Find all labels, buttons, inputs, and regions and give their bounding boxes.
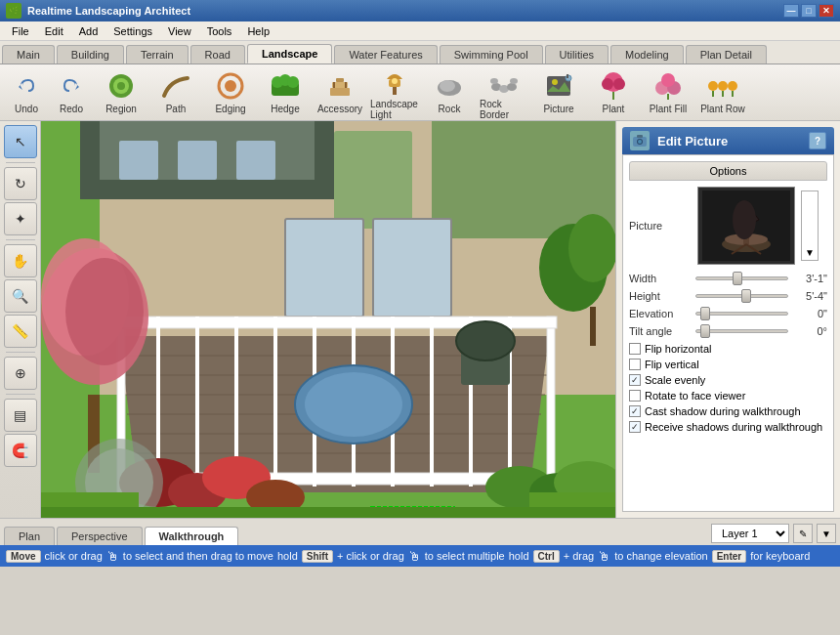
tab-terrain[interactable]: Terrain: [126, 45, 189, 64]
svg-point-2: [117, 82, 125, 90]
region-button[interactable]: Region: [96, 67, 147, 118]
tab-water-features[interactable]: Water Features: [334, 45, 437, 64]
magnet-button[interactable]: 🧲: [4, 434, 37, 467]
perspective-tab[interactable]: Perspective: [57, 527, 142, 545]
rock-button[interactable]: Rock: [424, 67, 475, 118]
rotate-face-checkbox[interactable]: [629, 390, 641, 402]
tab-main[interactable]: Main: [2, 45, 55, 64]
edging-button[interactable]: Edging: [205, 67, 256, 118]
elevation-slider[interactable]: [695, 312, 788, 316]
svg-rect-40: [722, 91, 724, 97]
menubar: File Edit Add Settings View Tools Help: [0, 21, 840, 41]
plant-fill-button[interactable]: Plant Fill: [643, 67, 693, 118]
pan-tool-button[interactable]: ✋: [4, 244, 37, 277]
menu-help[interactable]: Help: [239, 23, 277, 39]
tab-utilities[interactable]: Utilities: [545, 45, 609, 64]
rotate-face-label: Rotate to face viewer: [645, 390, 745, 402]
zoom-tool-button[interactable]: 🔍: [4, 279, 37, 313]
svg-rect-52: [373, 219, 451, 317]
measure-tool-button[interactable]: 📏: [4, 315, 37, 348]
svg-rect-31: [612, 92, 614, 100]
scale-label: Scale evenly: [645, 374, 705, 386]
flip-v-row: Flip vertical: [629, 359, 827, 370]
plan-tab[interactable]: Plan: [4, 527, 55, 545]
rock-border-label: Rock Border: [480, 99, 528, 120]
svg-point-78: [456, 321, 515, 360]
toolbar-separator: [6, 162, 35, 163]
svg-point-8: [287, 76, 299, 88]
edit-points-button[interactable]: ✦: [4, 202, 37, 235]
tab-road[interactable]: Road: [190, 45, 245, 64]
menu-view[interactable]: View: [160, 23, 199, 39]
svg-point-36: [708, 81, 718, 91]
enter-key: Enter: [712, 550, 747, 563]
height-slider[interactable]: [695, 294, 788, 298]
tab-plan-detail[interactable]: Plan Detail: [686, 45, 767, 64]
tab-swimming-pool[interactable]: Swimming Pool: [440, 45, 543, 64]
toolbar-separator-2: [6, 239, 35, 240]
landscape-light-button[interactable]: Landscape Light: [369, 67, 420, 118]
select-tool-button[interactable]: ↖: [4, 125, 37, 158]
undo-button[interactable]: Undo: [6, 67, 47, 118]
redo-button[interactable]: Redo: [51, 67, 92, 118]
layer-select-area: Layer 1 Layer 2 Layer 3 ✎ ▼: [711, 524, 836, 545]
layer-edit-button[interactable]: ✎: [793, 524, 813, 543]
svg-rect-48: [236, 141, 275, 180]
status-text-4: to select multiple: [425, 550, 505, 562]
cast-shadow-checkbox[interactable]: [629, 405, 641, 417]
plant-button[interactable]: Plant: [588, 67, 639, 118]
tilt-slider[interactable]: [695, 329, 788, 333]
svg-rect-35: [667, 94, 669, 100]
walkthrough-tab[interactable]: Walkthrough: [145, 527, 239, 545]
close-button[interactable]: ✕: [819, 4, 834, 18]
width-slider[interactable]: [695, 276, 788, 280]
minimize-button[interactable]: —: [783, 4, 799, 18]
accessory-label: Accessory: [317, 104, 362, 114]
zoom-select-button[interactable]: ⊕: [4, 357, 37, 390]
status-hold-1: hold: [277, 550, 298, 562]
picture-label: Picture: [629, 220, 692, 232]
canvas-area[interactable]: [41, 121, 615, 518]
width-value: 3'-1": [792, 273, 827, 284]
height-field-row: Height 5'-4": [629, 290, 827, 302]
menu-edit[interactable]: Edit: [37, 23, 71, 39]
plant-row-button[interactable]: Plant Row: [697, 67, 748, 118]
maximize-button[interactable]: □: [801, 4, 817, 18]
width-field-row: Width 3'-1": [629, 273, 827, 284]
accessory-button[interactable]: Accessory: [315, 67, 365, 118]
rock-icon: [434, 70, 465, 102]
svg-rect-13: [336, 78, 344, 82]
rock-border-button[interactable]: Rock Border: [479, 67, 529, 118]
layer-settings-button[interactable]: ▼: [817, 524, 836, 543]
menu-file[interactable]: File: [4, 23, 37, 39]
menu-add[interactable]: Add: [71, 23, 106, 39]
statusbar: Move click or drag 🖱 to select and then …: [0, 545, 840, 567]
picture-dropdown[interactable]: ▼: [801, 190, 819, 261]
picture-button[interactable]: Picture: [533, 67, 584, 118]
svg-point-4: [225, 80, 236, 92]
svg-point-21: [507, 83, 517, 91]
layer-select[interactable]: Layer 1 Layer 2 Layer 3: [711, 524, 789, 543]
svg-point-18: [440, 80, 455, 92]
receive-shadow-checkbox[interactable]: [629, 421, 641, 433]
hedge-label: Hedge: [271, 104, 299, 114]
help-button[interactable]: ?: [809, 132, 826, 149]
rotate-tool-button[interactable]: ↻: [4, 167, 37, 200]
svg-point-22: [490, 78, 498, 84]
flip-vertical-checkbox[interactable]: [629, 359, 641, 370]
hedge-button[interactable]: Hedge: [260, 67, 311, 118]
menu-settings[interactable]: Settings: [105, 23, 160, 39]
flip-horizontal-checkbox[interactable]: [629, 343, 641, 355]
menu-tools[interactable]: Tools: [199, 23, 240, 39]
svg-point-30: [613, 78, 625, 90]
rock-label: Rock: [439, 104, 461, 114]
scale-evenly-checkbox[interactable]: [629, 374, 641, 386]
tab-building[interactable]: Building: [57, 45, 124, 64]
status-text-7: for keyboard: [750, 550, 810, 562]
tab-landscape[interactable]: Landscape: [247, 44, 332, 64]
svg-rect-39: [712, 91, 714, 97]
options-tab[interactable]: Options: [629, 161, 827, 181]
layers-button[interactable]: ▤: [4, 399, 37, 432]
path-button[interactable]: Path: [150, 67, 201, 118]
tab-modeling[interactable]: Modeling: [610, 45, 684, 64]
